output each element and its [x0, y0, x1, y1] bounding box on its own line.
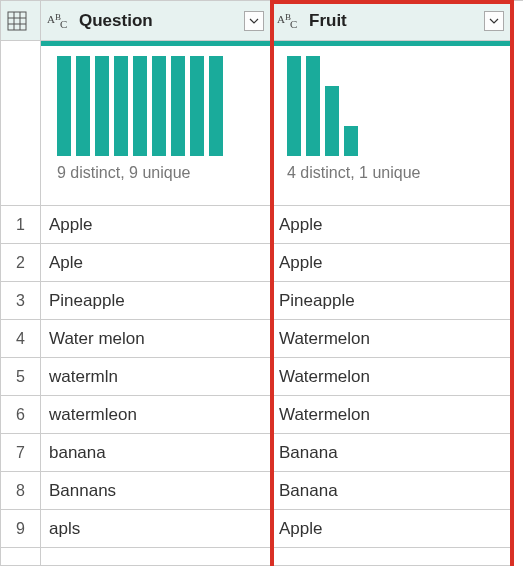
distribution-bar	[171, 56, 185, 156]
cell-value: Apple	[279, 215, 322, 235]
cell-value: Aple	[49, 253, 83, 273]
svg-text:A: A	[277, 13, 285, 25]
svg-text:C: C	[60, 18, 67, 30]
cell-question[interactable]: watermleon	[41, 396, 271, 434]
cell-value: apls	[49, 519, 80, 539]
distribution-bar	[133, 56, 147, 156]
row-number[interactable]: 2	[1, 244, 41, 282]
column-profile-question[interactable]: 9 distinct, 9 unique	[41, 41, 271, 206]
cell-question[interactable]: watermln	[41, 358, 271, 396]
cell-question[interactable]: banana	[41, 434, 271, 472]
cell-question[interactable]: apls	[41, 510, 271, 548]
cell-fruit[interactable]: Watermelon	[271, 358, 511, 396]
cell-value: Apple	[279, 519, 322, 539]
row-number-text: 9	[16, 520, 25, 538]
cell-question[interactable]: Bannans	[41, 472, 271, 510]
row-gutter	[1, 548, 41, 566]
distribution-bar	[344, 126, 358, 156]
row-number-text: 6	[16, 406, 25, 424]
row-number-text: 3	[16, 292, 25, 310]
cell-value: Banana	[279, 481, 338, 501]
empty-cell	[271, 548, 511, 566]
cell-question[interactable]: Aple	[41, 244, 271, 282]
row-number-text: 4	[16, 330, 25, 348]
svg-text:C: C	[290, 18, 297, 30]
row-number-text: 7	[16, 444, 25, 462]
chevron-down-icon	[489, 16, 499, 26]
cell-question[interactable]: Water melon	[41, 320, 271, 358]
row-number-text: 8	[16, 482, 25, 500]
column-filter-dropdown[interactable]	[244, 11, 264, 31]
empty-cell	[41, 548, 271, 566]
column-filter-dropdown[interactable]	[484, 11, 504, 31]
cell-fruit[interactable]: Apple	[271, 244, 511, 282]
table-icon	[7, 11, 27, 31]
cell-value: Apple	[49, 215, 92, 235]
row-number[interactable]: 4	[1, 320, 41, 358]
column-header-question[interactable]: A B C Question	[41, 1, 271, 41]
distribution-bar	[152, 56, 166, 156]
data-table: A B C Question A B C Fruit	[0, 0, 523, 566]
cell-value: watermleon	[49, 405, 137, 425]
row-number-text: 1	[16, 216, 25, 234]
cell-value: banana	[49, 443, 106, 463]
table-corner[interactable]	[1, 1, 41, 41]
row-number[interactable]: 1	[1, 206, 41, 244]
cell-fruit[interactable]: Banana	[271, 472, 511, 510]
distribution-bar	[306, 56, 320, 156]
distribution-chart	[41, 46, 270, 156]
row-number[interactable]: 9	[1, 510, 41, 548]
cell-fruit[interactable]: Watermelon	[271, 320, 511, 358]
row-number[interactable]: 7	[1, 434, 41, 472]
row-number[interactable]: 6	[1, 396, 41, 434]
cell-fruit[interactable]: Watermelon	[271, 396, 511, 434]
distribution-bar	[209, 56, 223, 156]
cell-value: watermln	[49, 367, 118, 387]
distribution-bar	[57, 56, 71, 156]
cell-value: Water melon	[49, 329, 145, 349]
cell-value: Watermelon	[279, 329, 370, 349]
row-number-text: 5	[16, 368, 25, 386]
row-number[interactable]: 5	[1, 358, 41, 396]
cell-fruit[interactable]: Pineapple	[271, 282, 511, 320]
distribution-bar	[190, 56, 204, 156]
row-number-text: 2	[16, 254, 25, 272]
row-number[interactable]: 8	[1, 472, 41, 510]
distribution-bar	[95, 56, 109, 156]
cell-fruit[interactable]: Apple	[271, 510, 511, 548]
cell-value: Bannans	[49, 481, 116, 501]
cell-value: Apple	[279, 253, 322, 273]
distribution-bar	[287, 56, 301, 156]
cell-question[interactable]: Pineapple	[41, 282, 271, 320]
profile-summary: 9 distinct, 9 unique	[41, 156, 206, 192]
column-header-fruit[interactable]: A B C Fruit	[271, 1, 511, 41]
row-number[interactable]: 3	[1, 282, 41, 320]
text-type-icon: A B C	[47, 11, 73, 31]
column-name: Fruit	[309, 11, 347, 31]
distribution-bar	[325, 86, 339, 156]
column-name: Question	[79, 11, 153, 31]
text-type-icon: A B C	[277, 11, 303, 31]
cell-value: Watermelon	[279, 405, 370, 425]
cell-fruit[interactable]: Banana	[271, 434, 511, 472]
cell-value: Banana	[279, 443, 338, 463]
cell-question[interactable]: Apple	[41, 206, 271, 244]
cell-value: Pineapple	[279, 291, 355, 311]
cell-value: Watermelon	[279, 367, 370, 387]
distribution-chart	[271, 46, 510, 156]
chevron-down-icon	[249, 16, 259, 26]
svg-text:A: A	[47, 13, 55, 25]
svg-rect-0	[8, 12, 26, 30]
cell-fruit[interactable]: Apple	[271, 206, 511, 244]
cell-value: Pineapple	[49, 291, 125, 311]
column-profile-fruit[interactable]: 4 distinct, 1 unique	[271, 41, 511, 206]
distribution-bar	[76, 56, 90, 156]
profile-summary: 4 distinct, 1 unique	[271, 156, 436, 192]
distribution-bar	[114, 56, 128, 156]
row-gutter	[1, 41, 41, 206]
